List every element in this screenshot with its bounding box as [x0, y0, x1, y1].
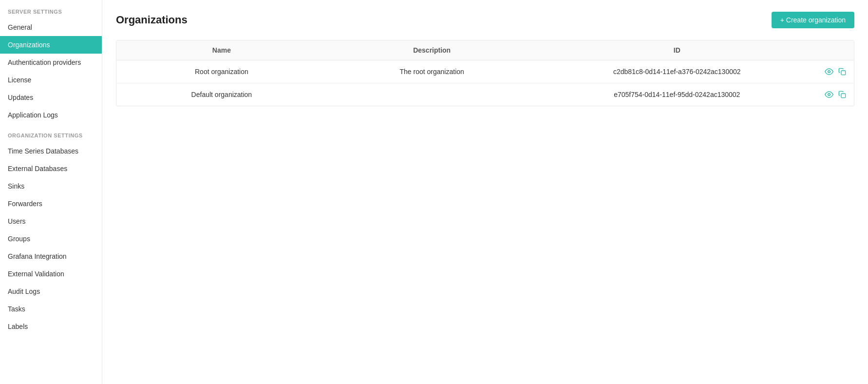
org-description: The root organization	[327, 60, 537, 83]
svg-rect-3	[841, 94, 846, 98]
copy-org-id-icon[interactable]	[838, 91, 846, 98]
sidebar-item-general[interactable]: General	[0, 19, 102, 36]
view-org-icon[interactable]	[825, 67, 833, 76]
main-content: Organizations + Create organization Name…	[102, 0, 868, 384]
sidebar-item-users[interactable]: Users	[0, 212, 102, 230]
sidebar-item-external-databases[interactable]: External Databases	[0, 160, 102, 177]
org-id: e705f754-0d14-11ef-95dd-0242ac130002	[537, 83, 817, 106]
column-header-actions	[817, 40, 854, 60]
org-settings-section-label: ORGANIZATION SETTINGS	[0, 124, 102, 142]
column-header-description: Description	[327, 40, 537, 60]
page-title: Organizations	[116, 14, 188, 26]
sidebar-item-external-validation[interactable]: External Validation	[0, 265, 102, 283]
sidebar-item-grafana-integration[interactable]: Grafana Integration	[0, 248, 102, 265]
sidebar: SERVER SETTINGS GeneralOrganizationsAuth…	[0, 0, 102, 384]
create-organization-button[interactable]: + Create organization	[772, 12, 854, 28]
organizations-table: Name Description ID Root organizationThe…	[116, 40, 854, 106]
svg-rect-1	[841, 71, 846, 75]
table-row: Root organizationThe root organizationc2…	[116, 60, 854, 83]
copy-org-id-icon[interactable]	[838, 68, 846, 76]
sidebar-item-sinks[interactable]: Sinks	[0, 177, 102, 195]
sidebar-item-license[interactable]: License	[0, 71, 102, 89]
sidebar-item-forwarders[interactable]: Forwarders	[0, 195, 102, 212]
page-header: Organizations + Create organization	[116, 12, 854, 28]
org-actions	[817, 83, 854, 106]
org-name: Default organization	[116, 83, 327, 106]
view-org-icon[interactable]	[825, 90, 833, 99]
svg-point-0	[828, 71, 830, 73]
organizations-table-container: Name Description ID Root organizationThe…	[116, 40, 854, 106]
org-actions	[817, 60, 854, 83]
sidebar-item-tasks[interactable]: Tasks	[0, 300, 102, 318]
sidebar-item-labels[interactable]: Labels	[0, 318, 102, 335]
column-header-id: ID	[537, 40, 817, 60]
sidebar-item-audit-logs[interactable]: Audit Logs	[0, 283, 102, 300]
org-id: c2db81c8-0d14-11ef-a376-0242ac130002	[537, 60, 817, 83]
sidebar-item-organizations[interactable]: Organizations	[0, 36, 102, 54]
sidebar-item-application-logs[interactable]: Application Logs	[0, 106, 102, 124]
server-settings-section-label: SERVER SETTINGS	[0, 0, 102, 19]
org-description	[327, 83, 537, 106]
table-row: Default organizatione705f754-0d14-11ef-9…	[116, 83, 854, 106]
org-name: Root organization	[116, 60, 327, 83]
svg-point-2	[828, 94, 830, 96]
table-header-row: Name Description ID	[116, 40, 854, 60]
sidebar-item-groups[interactable]: Groups	[0, 230, 102, 248]
sidebar-item-authentication-providers[interactable]: Authentication providers	[0, 54, 102, 71]
sidebar-item-time-series-databases[interactable]: Time Series Databases	[0, 142, 102, 160]
sidebar-item-updates[interactable]: Updates	[0, 89, 102, 106]
column-header-name: Name	[116, 40, 327, 60]
